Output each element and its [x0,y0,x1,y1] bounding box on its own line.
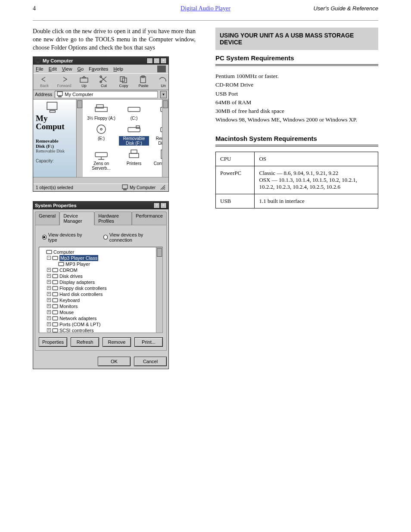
tree-node[interactable]: +Network adapters [41,315,154,321]
tree-node[interactable]: +Floppy disk controllers [41,285,154,291]
tree-node[interactable]: Computer [41,249,154,255]
copy-button[interactable]: Copy [115,75,132,88]
menu-view[interactable]: View [62,66,72,72]
expand-icon[interactable]: + [47,298,51,302]
tab-general[interactable]: General [35,212,59,225]
tree-scrollbar[interactable] [156,247,162,333]
address-dropdown-button[interactable]: ▼ [160,91,167,98]
cell-os-value: Classic — 8.6, 9.04, 9.1, 9.21, 9.22OSX … [255,166,378,194]
control-panel-folder[interactable]: Control Panel [152,148,162,171]
tab-hardware-profiles[interactable]: Hardware Profiles [94,212,132,225]
my-computer-small-icon [57,91,63,97]
svg-rect-1 [37,62,39,63]
resize-grip-icon[interactable] [160,184,166,190]
right-scrollbar[interactable] [162,100,168,177]
device-tree[interactable]: Computer-Mp3 Player ClassMP3 Player+CDRO… [39,247,163,333]
tab-performance[interactable]: Performance [132,212,167,225]
drive-c[interactable]: (C:) [119,103,149,121]
expand-icon[interactable]: + [47,304,51,308]
cell-cpu-value: PowerPC [216,166,255,194]
radio-by-type[interactable]: View devices by type [42,232,86,243]
info-pane: MyComput RemovableDisk (F:) Removable Di… [33,100,76,177]
menu-help[interactable]: Help [113,66,123,72]
tab-device-manager[interactable]: Device Manager [59,212,94,225]
expand-icon[interactable]: + [47,316,51,320]
device-icon [52,292,58,297]
left-scrollbar[interactable] [76,100,83,177]
svg-rect-32 [53,256,58,260]
paste-button[interactable]: Paste [135,75,152,88]
maximize-button[interactable]: □ [153,58,160,64]
drive-floppy-a[interactable]: 3½ Floppy (A:) [86,103,116,121]
expand-icon[interactable]: + [47,292,51,296]
drive-removable-g[interactable]: Removable Disk (G:) [152,123,162,146]
tree-node[interactable]: MP3 Player [41,261,154,267]
printers-folder[interactable]: Printers [119,148,149,171]
doc-title-link[interactable]: Digital Audio Player [181,5,230,12]
ok-button[interactable]: OK [98,357,131,366]
tree-node[interactable]: +Hard disk controllers [41,291,154,297]
cut-button[interactable]: Cut [95,75,112,88]
expand-icon[interactable]: + [47,286,51,290]
refresh-button[interactable]: Refresh [71,337,99,347]
print-button[interactable]: Print... [134,337,163,347]
tree-node-label: Network adapters [59,315,97,321]
expand-icon[interactable]: + [47,280,51,284]
expand-icon[interactable]: + [47,310,51,314]
tree-node-label: Computer [53,249,74,255]
collapse-icon[interactable]: - [47,256,51,260]
tree-node-label: Monitors [59,303,78,309]
close-button[interactable]: × [160,58,167,64]
expand-icon[interactable]: + [47,322,51,326]
spec-line: Windows 98, Windows ME, Windows 2000 or … [215,115,378,124]
my-computer-icon [35,58,41,64]
remove-button[interactable]: Remove [103,337,131,347]
menu-file[interactable]: File [36,66,44,72]
titlebar[interactable]: My Computer _ □ × [33,57,168,65]
drive-e[interactable]: (E:) [86,123,116,146]
address-bar: Address My Computer ▼ [33,90,168,100]
device-icon [52,280,58,285]
svg-rect-15 [128,107,140,112]
toolbar: Back Forward Up Cut [33,73,168,90]
cancel-button[interactable]: Cancel [134,357,167,366]
properties-button[interactable]: Properties [39,337,67,347]
tree-node[interactable]: +Keyboard [41,297,154,303]
tree-node[interactable]: +Mouse [41,309,154,315]
svg-rect-24 [129,153,139,158]
radio-by-connection[interactable]: View devices by connection [103,232,159,243]
up-button[interactable]: Up [75,75,93,88]
svg-rect-9 [57,92,62,96]
tree-node[interactable]: +Ports (COM & LPT) [41,321,154,327]
menu-edit[interactable]: Edit [49,66,57,72]
undo-button[interactable]: Un [155,75,172,88]
help-button[interactable]: ? [153,202,160,208]
expand-icon[interactable]: + [47,268,51,272]
tree-node[interactable]: +Display adapters [41,279,154,285]
close-button[interactable]: × [160,202,167,208]
address-field[interactable]: My Computer [55,91,158,98]
tree-node-label: Ports (COM & LPT) [59,321,100,327]
expand-icon[interactable]: + [47,274,51,278]
menu-go[interactable]: Go [77,66,84,72]
back-button: Back [36,75,53,88]
tree-node[interactable]: +Monitors [41,303,154,309]
drive-removable-f[interactable]: Removable Disk (F:) [119,123,149,146]
menu-favorites[interactable]: Favorites [89,66,108,72]
titlebar[interactable]: System Properties ? × [33,202,168,209]
expand-icon[interactable]: + [47,328,51,332]
device-icon [58,261,64,267]
horizontal-scrollbar[interactable] [33,177,168,184]
minimize-button[interactable]: _ [146,58,153,64]
tree-node[interactable]: +Disk drives [41,273,154,279]
icon-area[interactable]: 3½ Floppy (A:) (C:) (D:) (E:) Removable … [83,100,162,177]
tree-node[interactable]: +CDROM [41,267,154,273]
svg-rect-14 [97,105,103,108]
drive-d[interactable]: (D:) [152,103,162,121]
cell-usb-label: USB [216,194,255,208]
network-drive[interactable]: Zens on Serverb... [86,148,116,171]
svg-rect-39 [53,299,58,302]
tree-node[interactable]: +SCSI controllers [41,327,154,333]
svg-rect-12 [50,110,56,112]
tree-node[interactable]: -Mp3 Player Class [41,255,154,261]
